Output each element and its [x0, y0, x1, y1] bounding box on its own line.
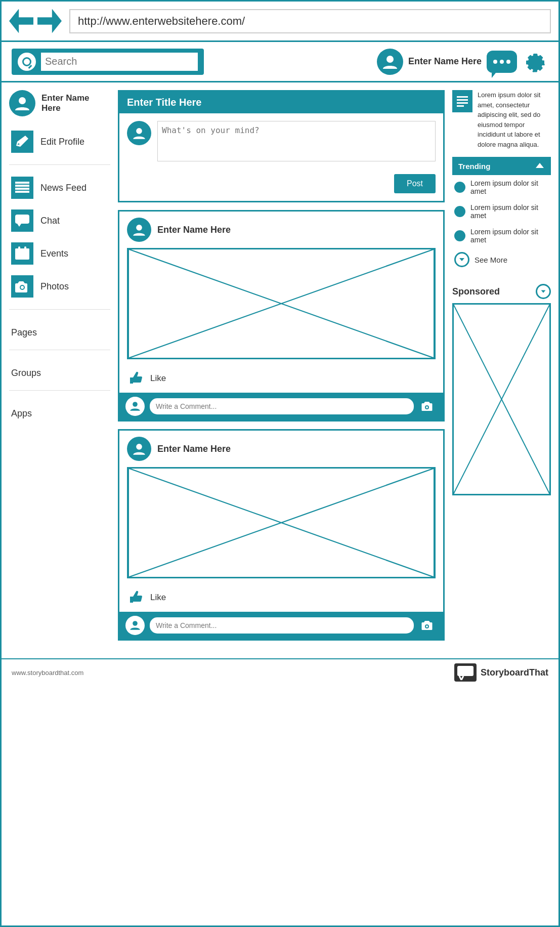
comment-avatar-1 [125, 397, 145, 416]
svg-point-26 [136, 444, 142, 450]
post-composer: Enter Title Here Post [118, 90, 445, 202]
post-comment-bar-2 [119, 612, 443, 639]
sidebar-item-news-feed[interactable]: News Feed [9, 173, 110, 203]
sidebar-item-edit-profile[interactable]: Edit Profile [9, 127, 110, 157]
sidebar-item-chat[interactable]: Chat [9, 205, 110, 236]
svg-point-23 [133, 402, 138, 407]
sidebar-item-events[interactable]: Events [9, 238, 110, 269]
see-more-label: See More [475, 256, 507, 264]
sidebar-pages-label[interactable]: Pages [9, 317, 110, 342]
browser-bar [2, 2, 558, 42]
sidebar-news-label: News Feed [40, 183, 87, 193]
brand-name: StoryboardThat [481, 667, 548, 678]
sponsored-title: Sponsored [452, 286, 500, 297]
list-icon [11, 177, 33, 199]
feed-area: Enter Title Here Post Enter Name Here [118, 90, 445, 641]
trending-item-1[interactable]: Lorem ipsum dolor sit amet [452, 175, 551, 199]
see-more-button[interactable]: See More [452, 248, 551, 271]
sidebar-user: Enter Name Here [9, 90, 110, 116]
trending-text-1: Lorem ipsum dolor sit amet [470, 179, 549, 195]
settings-icon[interactable] [522, 49, 548, 75]
search-icon [18, 53, 36, 71]
svg-point-18 [136, 128, 142, 134]
like-label-2: Like [150, 593, 166, 603]
composer-input[interactable] [157, 121, 436, 161]
svg-rect-10 [15, 248, 29, 252]
like-icon-1[interactable] [127, 369, 145, 388]
trending-text-2: Lorem ipsum dolor sit amet [470, 203, 549, 220]
composer-avatar [127, 121, 151, 145]
sidebar-item-label: Edit Profile [40, 137, 84, 147]
forward-button[interactable] [37, 9, 62, 33]
post-header-1: Enter Name Here [119, 212, 443, 248]
calendar-icon [11, 242, 33, 265]
comment-input-1[interactable] [150, 398, 414, 414]
svg-point-25 [426, 406, 428, 408]
right-description: Lorem ipsum dolor sit amet, consectetur … [452, 90, 551, 149]
composer-header: Enter Title Here [119, 92, 443, 113]
sidebar-groups-label[interactable]: Groups [9, 358, 110, 383]
like-icon-2[interactable] [127, 588, 145, 607]
svg-rect-12 [24, 246, 26, 250]
sidebar-chat-label: Chat [40, 216, 60, 226]
sponsored-header: Sponsored [452, 284, 551, 299]
see-more-icon [454, 252, 469, 267]
top-nav: Enter Name Here [2, 42, 558, 82]
post-actions-2: Like [119, 583, 443, 612]
trending-item-2[interactable]: Lorem ipsum dolor sit amet [452, 199, 551, 224]
post-card-1: Enter Name Here Like [118, 210, 445, 422]
trending-item-3[interactable]: Lorem ipsum dolor sit amet [452, 224, 551, 248]
pencil-icon [11, 131, 33, 153]
svg-rect-34 [457, 96, 468, 98]
post-image-2 [127, 467, 436, 578]
svg-rect-11 [18, 246, 20, 250]
svg-rect-35 [457, 99, 468, 101]
sponsored-arrow-icon[interactable] [536, 284, 551, 299]
user-avatar-icon [377, 49, 403, 75]
user-area: Enter Name Here [377, 49, 548, 75]
comment-camera-icon-2[interactable] [419, 616, 437, 635]
user-name: Enter Name Here [408, 56, 482, 67]
svg-rect-5 [15, 191, 29, 193]
messages-icon[interactable] [487, 51, 517, 73]
post-image-1 [127, 248, 436, 359]
svg-rect-37 [457, 105, 464, 107]
sidebar-user-name: Enter Name Here [41, 93, 110, 113]
post-avatar-2 [127, 437, 151, 461]
post-author-1: Enter Name Here [157, 225, 231, 235]
post-author-2: Enter Name Here [157, 444, 231, 454]
svg-point-17 [21, 286, 24, 289]
svg-rect-15 [25, 255, 27, 257]
footer-brand: StoryboardThat [454, 663, 548, 682]
main-layout: Enter Name Here Edit Profile News Feed C… [2, 82, 558, 648]
like-label-1: Like [150, 373, 166, 384]
camera-icon [11, 275, 33, 298]
svg-rect-7 [17, 218, 20, 219]
trending-header: Trending [452, 157, 551, 175]
comment-avatar-2 [125, 616, 145, 635]
svg-point-0 [386, 56, 394, 63]
search-input[interactable] [41, 53, 198, 71]
trending-dot-3 [454, 230, 465, 241]
post-actions-1: Like [119, 364, 443, 393]
svg-point-19 [136, 225, 142, 231]
url-bar[interactable] [69, 9, 551, 33]
chat-icon [11, 209, 33, 232]
sponsored-image [452, 303, 551, 495]
sidebar-item-photos[interactable]: Photos [9, 271, 110, 302]
desc-icon [452, 90, 472, 112]
svg-rect-13 [17, 255, 19, 257]
sidebar-apps-label[interactable]: Apps [9, 398, 110, 423]
svg-rect-8 [21, 218, 24, 219]
comment-camera-icon-1[interactable] [419, 397, 437, 415]
nav-buttons [9, 9, 62, 33]
comment-input-2[interactable] [150, 617, 414, 634]
svg-rect-14 [21, 255, 23, 257]
post-button[interactable]: Post [394, 174, 436, 193]
svg-rect-33 [455, 92, 470, 110]
back-button[interactable] [9, 9, 33, 33]
sidebar-photos-label: Photos [40, 281, 69, 292]
trending-dot-1 [454, 182, 465, 193]
description-text: Lorem ipsum dolor sit amet, consectetur … [478, 90, 551, 149]
post-header-2: Enter Name Here [119, 431, 443, 467]
